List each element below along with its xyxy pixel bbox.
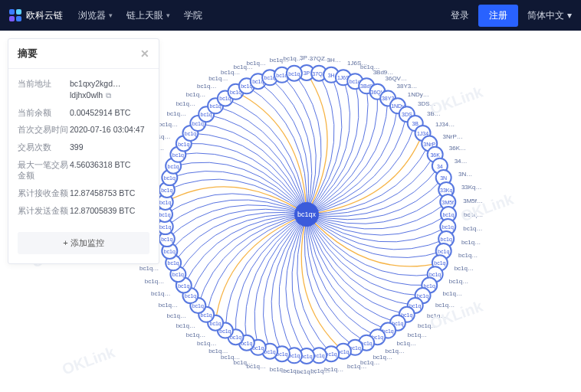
svg-text:bc1q…: bc1q… (463, 225, 482, 232)
svg-text:bc1q: bc1q (161, 237, 172, 243)
svg-text:bc1q…: bc1q… (443, 290, 462, 297)
svg-text:1NDy…: 1NDy… (408, 91, 429, 98)
panel-body: 当前地址bc1qxy2kgd…ldjhx0wlh⧉ 当前余额0.00452914… (8, 69, 159, 226)
svg-text:bc1q: bc1q (159, 212, 170, 218)
svg-text:36QV…: 36QV… (386, 75, 407, 82)
svg-text:3H…: 3H… (327, 57, 340, 64)
svg-text:bc1q…: bc1q… (461, 239, 481, 246)
svg-text:33Kq: 33Kq (440, 188, 452, 194)
svg-text:bc1q…: bc1q… (449, 278, 468, 285)
svg-text:bc1qx: bc1qx (297, 211, 317, 218)
svg-text:3H: 3H (328, 73, 335, 78)
register-button[interactable]: 注册 (478, 5, 518, 27)
svg-text:3N: 3N (440, 175, 447, 181)
svg-text:bc1q: bc1q (288, 71, 300, 77)
svg-text:bc1q…: bc1q… (435, 302, 455, 309)
svg-text:bc1q: bc1q (192, 303, 204, 309)
svg-text:bc1q…: bc1q… (167, 110, 186, 117)
nav-browser[interactable]: 浏览器▾ (78, 9, 113, 22)
brand-text: 欧科云链 (26, 9, 63, 22)
svg-text:bc1q…: bc1q… (464, 211, 483, 218)
row-balance: 当前余额0.00452914 BTC (18, 104, 149, 122)
nav-academy[interactable]: 学院 (184, 9, 202, 22)
svg-text:bc1q: bc1q (159, 224, 171, 230)
copy-icon[interactable]: ⧉ (106, 91, 111, 100)
svg-text:3P: 3P (304, 70, 310, 76)
svg-text:bc1q: bc1q (178, 142, 189, 148)
svg-text:bc1q: bc1q (434, 260, 445, 266)
row-tx-count: 交易次数399 (18, 139, 149, 156)
svg-text:bc1q: bc1q (442, 212, 454, 218)
svg-text:bc1q…: bc1q… (176, 100, 195, 107)
panel-header: 摘要 ✕ (8, 39, 159, 69)
brand-logo[interactable]: 欧科云链 (9, 9, 63, 22)
main-nav: 浏览器▾ 链上天眼▾ 学院 (78, 9, 451, 22)
svg-text:1J34…: 1J34… (435, 121, 455, 128)
svg-text:bc1q…: bc1q… (427, 312, 446, 319)
login-button[interactable]: 登录 (451, 9, 469, 22)
svg-text:bc1q…: bc1q… (455, 265, 474, 272)
svg-text:bc1q…: bc1q… (197, 340, 216, 347)
header-right: 登录 注册 简体中文▾ (451, 5, 572, 27)
svg-text:bc1q…: bc1q… (221, 354, 240, 361)
svg-text:bc1q: bc1q (201, 312, 212, 318)
svg-text:36K…: 36K… (449, 145, 466, 152)
svg-text:bc1q: bc1q (442, 224, 454, 230)
svg-text:bc1q…: bc1q… (283, 55, 302, 62)
close-icon[interactable]: ✕ (140, 47, 149, 60)
svg-text:bc1q…: bc1q… (458, 252, 478, 259)
language-selector[interactable]: 简体中文▾ (527, 9, 572, 22)
nav-chain-tools[interactable]: 链上天眼▾ (126, 9, 170, 22)
svg-text:bc1q: bc1q (201, 112, 212, 118)
svg-text:bc1q…: bc1q… (408, 332, 427, 338)
svg-text:bc1q: bc1q (164, 249, 176, 255)
svg-text:bc1q: bc1q (441, 237, 452, 243)
chevron-down-icon: ▾ (567, 10, 572, 21)
svg-text:3B: 3B (412, 121, 419, 126)
svg-text:3M5f…: 3M5f… (463, 198, 483, 204)
svg-text:bc1q…: bc1q… (247, 60, 266, 67)
svg-text:bc1q: bc1q (161, 188, 172, 194)
svg-text:38Y3…: 38Y3… (397, 83, 418, 90)
svg-text:3M5f: 3M5f (442, 200, 455, 205)
svg-text:bc1q…: bc1q… (347, 363, 366, 370)
svg-text:bc1q…: bc1q… (397, 340, 416, 347)
svg-text:1J34: 1J34 (417, 131, 428, 136)
svg-text:bc1q: bc1q (172, 152, 184, 158)
svg-text:bc1q: bc1q (172, 272, 184, 278)
svg-text:bc1q…: bc1q… (270, 366, 289, 373)
svg-text:bc1q…: bc1q… (186, 332, 205, 338)
svg-text:bc1q…: bc1q… (140, 265, 159, 272)
svg-text:bc1q: bc1q (164, 175, 176, 181)
row-total-recv: 累计接收金额12.87458753 BTC (18, 185, 149, 202)
svg-text:bc1q: bc1q (185, 131, 196, 137)
add-monitor-button[interactable]: + 添加监控 (18, 232, 149, 254)
logo-icon (9, 9, 21, 21)
svg-text:bc1q…: bc1q… (418, 322, 437, 329)
svg-text:bc1q…: bc1q… (159, 121, 178, 128)
svg-text:34…: 34… (455, 158, 468, 165)
svg-text:34: 34 (437, 164, 443, 169)
svg-text:bc1q: bc1q (168, 260, 179, 266)
top-header: 欧科云链 浏览器▾ 链上天眼▾ 学院 登录 注册 简体中文▾ (0, 0, 581, 31)
row-address: 当前地址bc1qxy2kgd…ldjhx0wlh⧉ (18, 75, 149, 104)
address-value[interactable]: bc1qxy2kgd…ldjhx0wlh⧉ (70, 78, 149, 101)
row-first-tx: 首次交易时间2020-07-16 03:04:47 (18, 121, 149, 139)
svg-text:3N…: 3N… (458, 171, 472, 178)
svg-text:3NrP…: 3NrP… (443, 133, 463, 140)
svg-text:bc1q: bc1q (185, 293, 196, 299)
svg-text:bc1q: bc1q (178, 283, 189, 289)
svg-text:bc1q: bc1q (168, 164, 179, 170)
row-total-sent: 累计发送金额12.87005839 BTC (18, 202, 149, 220)
chevron-down-icon: ▾ (166, 11, 170, 19)
svg-text:bc1q: bc1q (159, 200, 171, 206)
svg-text:bc1q…: bc1q… (197, 83, 216, 90)
chevron-down-icon: ▾ (109, 11, 113, 19)
svg-text:3DS…: 3DS… (418, 100, 436, 107)
svg-text:bc1q: bc1q (438, 249, 449, 255)
svg-text:3B…: 3B… (427, 110, 441, 117)
svg-text:bc1q: bc1q (209, 321, 221, 327)
svg-text:bc1q: bc1q (192, 121, 204, 127)
svg-text:bc1q…: bc1q… (151, 290, 170, 297)
svg-text:bc1q…: bc1q… (145, 278, 164, 285)
